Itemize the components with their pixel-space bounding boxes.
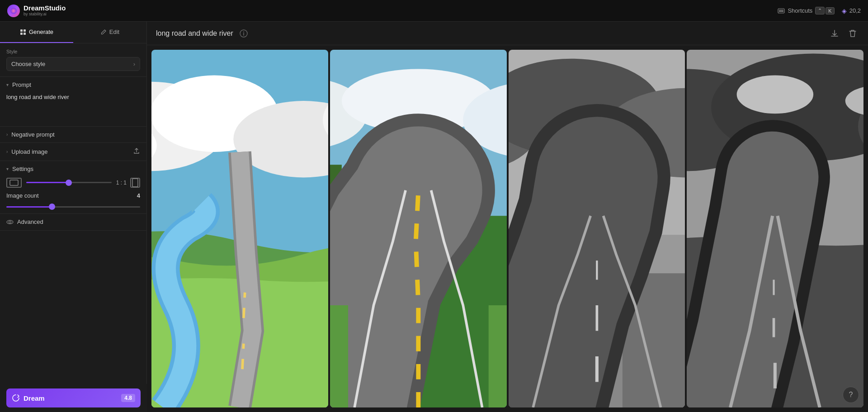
logo-text: DreamStudio by stability.ai: [24, 5, 66, 16]
dream-button[interactable]: Dream 4.8: [6, 388, 141, 407]
prompt-chevron-icon: ▾: [6, 82, 9, 87]
negative-prompt-section: › Negative prompt: [0, 127, 146, 143]
credits-display: ◈ 20,2: [842, 7, 861, 14]
svg-point-57: [737, 76, 814, 114]
upload-header-left: › Upload image: [6, 148, 48, 155]
header-right: Shortcuts ⌃ K ◈ 20,2: [778, 7, 861, 14]
keyboard-icon: [778, 7, 785, 14]
svg-rect-13: [24, 33, 26, 35]
svg-rect-12: [20, 33, 23, 35]
image-cell-2[interactable]: [330, 50, 507, 407]
tab-generate[interactable]: Generate: [0, 22, 73, 43]
shortcuts-label: Shortcuts: [788, 7, 812, 14]
settings-header[interactable]: ▾ Settings: [6, 166, 140, 172]
shortcuts-button[interactable]: Shortcuts ⌃ K: [778, 7, 834, 14]
svg-rect-7: [779, 11, 781, 12]
prompt-display: long road and wide river: [156, 28, 250, 39]
upload-image-label: Upload image: [11, 148, 47, 155]
sidebar-content: Style Choose style › ▾ Prompt long road …: [0, 43, 146, 412]
style-label: Style: [6, 49, 140, 54]
aspect-ratio-row: 1 : 1: [6, 178, 140, 188]
svg-rect-1: [778, 9, 784, 13]
info-icon: [240, 29, 248, 38]
credits-icon: ◈: [842, 7, 847, 14]
displayed-prompt: long road and wide river: [156, 29, 233, 38]
settings-section: ▾ Settings 1 : 1: [0, 161, 146, 214]
advanced-label: Advanced: [17, 218, 43, 225]
negative-prompt-label: Negative prompt: [11, 131, 54, 138]
content-area: long road and wide river: [147, 22, 868, 412]
svg-rect-10: [20, 29, 23, 32]
main-layout: Generate Edit Style Choose style ›: [0, 22, 868, 412]
eye-icon: [6, 218, 14, 226]
modifier-key: ⌃: [815, 7, 825, 14]
edit-icon: [100, 29, 107, 35]
negative-prompt-header-left: › Negative prompt: [6, 131, 55, 138]
svg-rect-37: [489, 305, 507, 407]
settings-chevron-icon: ▾: [6, 166, 9, 171]
upload-image-header[interactable]: › Upload image: [0, 143, 146, 161]
upload-image-section: › Upload image: [0, 143, 146, 161]
prompt-header-left: ▾ Prompt: [6, 81, 31, 88]
choose-style-label: Choose style: [11, 61, 45, 67]
prompt-info-button[interactable]: [238, 28, 250, 39]
download-button[interactable]: [828, 27, 841, 40]
generated-image-3: [509, 50, 685, 407]
upload-action-icon[interactable]: [133, 147, 140, 156]
app-header: DreamStudio by stability.ai Shortcuts ⌃ …: [0, 0, 868, 22]
sidebar-tabs: Generate Edit: [0, 22, 146, 43]
choose-style-button[interactable]: Choose style ›: [6, 57, 140, 71]
generated-image-2: [330, 50, 507, 407]
settings-label: Settings: [12, 166, 33, 172]
prompt-input[interactable]: long road and wide river: [6, 93, 140, 119]
image-count-row: Image count 4: [6, 192, 140, 199]
logo-area: DreamStudio by stability.ai: [7, 5, 66, 17]
style-section: Style Choose style ›: [0, 43, 146, 77]
trash-icon: [848, 29, 857, 38]
help-label: ?: [849, 391, 853, 399]
dream-icon: [12, 394, 20, 402]
svg-rect-3: [781, 9, 782, 10]
tab-edit[interactable]: Edit: [73, 22, 146, 43]
svg-rect-36: [330, 305, 348, 407]
dream-button-container: Dream 4.8: [0, 384, 147, 412]
image-cell-4[interactable]: [687, 50, 863, 407]
content-header: long road and wide river: [147, 22, 868, 45]
dream-button-left: Dream: [12, 394, 45, 402]
svg-point-0: [10, 8, 17, 14]
image-count-value: 4: [137, 192, 140, 199]
svg-rect-14: [10, 180, 18, 185]
generated-image-4: [687, 50, 863, 407]
svg-point-17: [9, 221, 11, 223]
portrait-icon: [130, 178, 140, 188]
aspect-landscape-svg: [9, 180, 19, 186]
svg-point-19: [243, 31, 244, 32]
key: K: [826, 7, 834, 14]
advanced-header[interactable]: Advanced: [0, 214, 146, 230]
download-icon: [830, 29, 839, 38]
negative-chevron-icon: ›: [6, 132, 8, 137]
svg-rect-6: [782, 9, 783, 10]
prompt-section-header[interactable]: ▾ Prompt: [0, 77, 146, 93]
image-count-slider[interactable]: [6, 206, 140, 208]
delete-button[interactable]: [846, 27, 859, 40]
chevron-right-icon: ›: [133, 61, 135, 67]
upload-chevron-icon: ›: [6, 149, 8, 154]
generated-image-1: [151, 50, 328, 407]
credits-value: 20,2: [849, 7, 861, 14]
svg-rect-11: [24, 29, 26, 32]
dream-cost-badge: 4.8: [121, 394, 135, 402]
image-count-label: Image count: [6, 192, 39, 199]
sidebar: Generate Edit Style Choose style ›: [0, 22, 147, 412]
advanced-section: Advanced: [0, 214, 146, 231]
tab-generate-label: Generate: [29, 28, 53, 35]
image-cell-3[interactable]: [509, 50, 685, 407]
help-button[interactable]: ?: [843, 387, 859, 403]
aspect-ratio-slider[interactable]: [26, 182, 112, 183]
negative-prompt-header[interactable]: › Negative prompt: [0, 127, 146, 142]
prompt-label: Prompt: [12, 81, 31, 88]
prompt-section: ▾ Prompt long road and wide river: [0, 77, 146, 127]
landscape-icon: [6, 178, 22, 188]
keyboard-shortcut: ⌃ K: [815, 7, 834, 14]
image-cell-1[interactable]: [151, 50, 328, 407]
